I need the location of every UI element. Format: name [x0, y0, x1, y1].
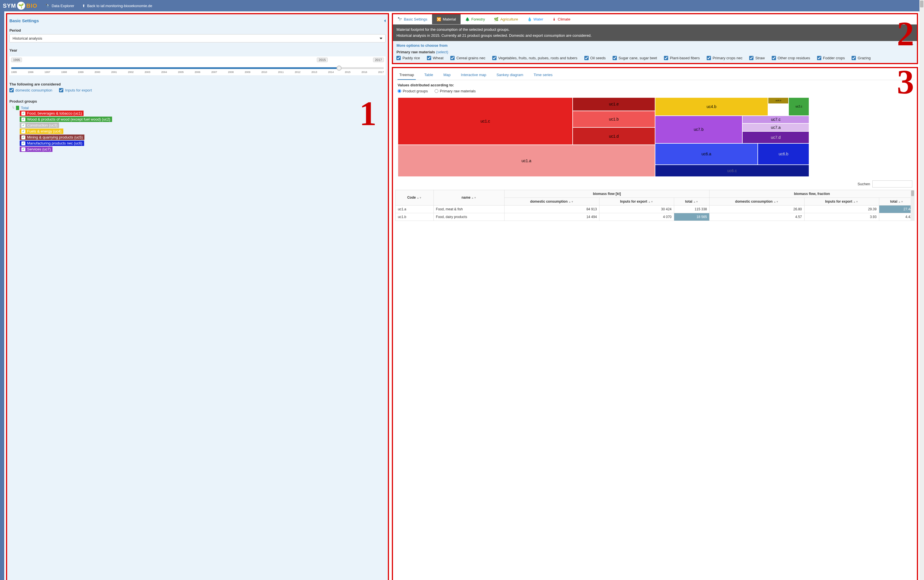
tm-uc1b[interactable]: uc1.b: [573, 111, 655, 127]
tab-icon: 💧: [527, 17, 532, 21]
tm-uc6c[interactable]: uc6.c: [655, 165, 809, 177]
col-name[interactable]: name▲▼: [434, 190, 505, 205]
distribution-heading: Values distributed according to:: [398, 83, 912, 87]
panel-material-options: 2 🔭Basic Settings🔀Material🌲Forestry🌿Agri…: [392, 13, 918, 64]
tree-node[interactable]: ✓Manufacturing products nec (uc6): [20, 140, 84, 146]
cb-material[interactable]: Fodder crops: [817, 56, 845, 60]
annotation-3: 3: [897, 63, 914, 102]
tm-uc6b[interactable]: uc6.b: [758, 143, 809, 165]
viz-tab-interactive-map[interactable]: Interactive map: [459, 71, 488, 80]
cb-material[interactable]: Cereal grains nec: [450, 56, 485, 60]
radio-primary-raw[interactable]: Primary raw materials: [435, 89, 476, 93]
cb-material[interactable]: Straw: [749, 56, 765, 60]
product-group-tree: └✓Total✓Food, beverages & tobacco (uc1)✓…: [10, 106, 386, 152]
table-row[interactable]: uc1.aFood, meat & fish84 91330 424115 33…: [396, 205, 914, 213]
cb-material[interactable]: Oil seeds: [584, 56, 606, 60]
cb-material[interactable]: Other crop residues: [772, 56, 810, 60]
col-tot1[interactable]: total▲▼: [674, 198, 709, 205]
cb-material[interactable]: Vegetables, fruits, nuts, pulses, roots …: [492, 56, 578, 60]
tm-uc7d[interactable]: uc7.d: [742, 132, 809, 143]
year-value-badge: 2015: [317, 58, 328, 62]
brand-bio: BIO: [26, 3, 37, 9]
tab-water[interactable]: 💧Water: [523, 14, 548, 24]
tm-uc7a[interactable]: uc7.a: [742, 124, 809, 132]
viz-tab-sankey-diagram[interactable]: Sankey diagram: [495, 71, 525, 80]
search-input[interactable]: [872, 180, 912, 188]
treemap-chart[interactable]: uc1.c uc1.a uc1.e uc1.b uc1.d uc4.b uc4.…: [398, 97, 912, 177]
year-slider-thumb[interactable]: [337, 66, 342, 71]
col-ie2[interactable]: Inputs for export▲▼: [804, 198, 879, 205]
chevron-down-icon: [380, 38, 383, 40]
topbar: SYM 🌱 BIO 🔭 Data Explorer ⬆ Back to iaf.…: [0, 0, 924, 12]
tab-basic-settings[interactable]: 🔭Basic Settings: [393, 14, 432, 24]
year-ticks: 1995199619971998199920002001200220032004…: [11, 71, 384, 74]
period-label: Period: [10, 28, 386, 33]
basic-settings-header[interactable]: Basic Settings: [10, 16, 386, 26]
nav-data-explorer[interactable]: 🔭 Data Explorer: [45, 4, 74, 8]
tab-material[interactable]: 🔀Material: [432, 14, 460, 24]
page-scrollbar[interactable]: [919, 0, 924, 580]
tm-uc6a[interactable]: uc6.a: [655, 143, 758, 165]
tree-node[interactable]: ✓Wood & products of wood (except fuel wo…: [20, 117, 112, 122]
tree-node[interactable]: ✓Food, beverages & tobacco (uc1): [20, 110, 84, 116]
material-description: Material footprint for the consumption o…: [393, 25, 917, 41]
tm-uc1d[interactable]: uc1.d: [573, 127, 655, 145]
tree-node[interactable]: ✓Construction (uc3): [20, 122, 59, 128]
annotation-2: 2: [897, 14, 914, 54]
cb-material[interactable]: Grazing: [851, 56, 871, 60]
tm-uc1a[interactable]: uc1.a: [398, 145, 655, 176]
year-slider-container: 1995 2015 2017 1995199619971998199920002…: [10, 56, 386, 75]
tm-uc7b[interactable]: uc7.b: [655, 116, 742, 143]
binoculars-icon: 🔭: [45, 4, 50, 8]
tm-uc1e[interactable]: uc1.e: [573, 97, 655, 111]
cb-material[interactable]: Sugar cane, sugar beet: [612, 56, 657, 60]
tab-icon: 🔭: [398, 17, 402, 21]
cb-material[interactable]: Paddy rice: [396, 56, 420, 60]
cb-inputs-for-export[interactable]: Inputs for export: [59, 88, 92, 92]
tab-icon: 🌲: [465, 17, 470, 21]
indicator-tabs: 🔭Basic Settings🔀Material🌲Forestry🌿Agricu…: [393, 14, 917, 25]
brand-icon: 🌱: [17, 2, 25, 10]
year-slider[interactable]: [11, 67, 384, 69]
viz-tab-time-series[interactable]: Time series: [532, 71, 554, 80]
col-dc2[interactable]: domestic consumption▲▼: [710, 198, 805, 205]
tab-climate[interactable]: 🌡Climate: [548, 14, 575, 24]
tree-root[interactable]: └✓Total: [12, 106, 386, 110]
panel-basic-settings: 1 Basic Settings Period Historical analy…: [6, 13, 389, 580]
viz-tab-map[interactable]: Map: [442, 71, 452, 80]
col-ie1[interactable]: Inputs for export▲▼: [599, 198, 674, 205]
tm-uc4b[interactable]: uc4.b: [655, 97, 768, 116]
product-groups-heading: Product groups: [10, 99, 386, 104]
tab-icon: 🌿: [494, 17, 498, 21]
tm-uc2c[interactable]: uc2.c: [789, 97, 809, 116]
radio-product-groups[interactable]: Product groups: [398, 89, 428, 93]
nav-back-link[interactable]: ⬆ Back to iaf.monitoring-biooekonomie.de: [82, 4, 152, 8]
tm-uc4d[interactable]: uc4.d: [768, 97, 789, 104]
tab-forestry[interactable]: 🌲Forestry: [460, 14, 490, 24]
table-row[interactable]: uc1.bFood, dairy products14 4944 07018 5…: [396, 213, 914, 221]
viz-tab-treemap[interactable]: Treemap: [398, 71, 416, 80]
raw-materials-heading: Primary raw materials (select): [396, 50, 914, 54]
period-select[interactable]: Historical analysis: [10, 34, 386, 43]
table-scrollbar[interactable]: [911, 190, 914, 221]
data-table: Code▲▼ name▲▼ biomass flow [kt] biomass …: [395, 190, 914, 221]
tree-node[interactable]: ✓Mining & quarrying products (uc5): [20, 135, 84, 140]
col-code[interactable]: Code▲▼: [396, 190, 434, 205]
collapse-left-icon[interactable]: [384, 20, 386, 22]
tab-agriculture[interactable]: 🌿Agriculture: [489, 14, 523, 24]
year-label: Year: [10, 48, 386, 53]
viz-tab-table[interactable]: Table: [422, 71, 435, 80]
more-options-toggle[interactable]: More options to choose from: [393, 41, 917, 50]
cb-material[interactable]: Primary crops nec: [707, 56, 742, 60]
cb-domestic-consumption[interactable]: domestic consumption: [10, 88, 52, 92]
tree-node[interactable]: ✓Fuels & energy (uc4): [20, 129, 63, 134]
tm-uc7c[interactable]: uc7.c: [742, 116, 809, 124]
tm-uc1c[interactable]: uc1.c: [398, 97, 573, 145]
col-dc1[interactable]: domestic consumption▲▼: [505, 198, 599, 205]
brand-sym: SYM: [3, 3, 16, 9]
raw-select-link[interactable]: (select): [436, 50, 448, 54]
cb-material[interactable]: Wheat: [427, 56, 444, 60]
cb-material[interactable]: Plant-based fibers: [664, 56, 700, 60]
tree-node[interactable]: ✓Services (uc7): [20, 147, 53, 152]
col-tot2[interactable]: total▲▼: [879, 198, 914, 205]
